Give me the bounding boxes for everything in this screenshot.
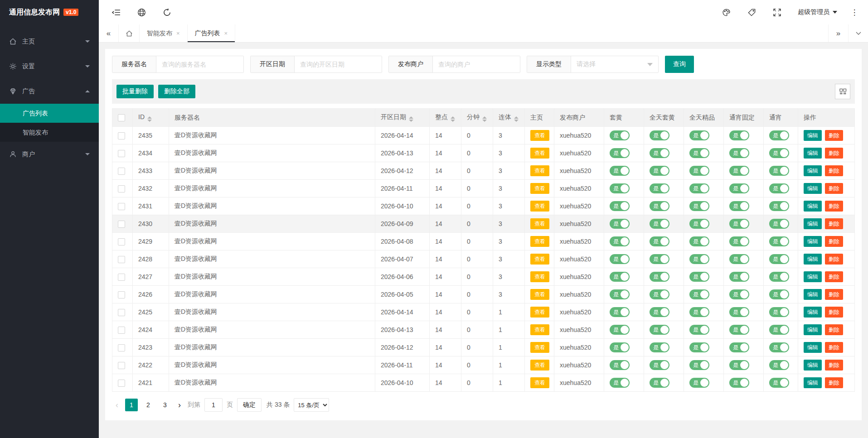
toggle-overnight-fixed[interactable]: 是 [729,378,749,388]
toggle-overnight[interactable]: 是 [769,378,789,388]
toggle-overnight[interactable]: 是 [769,254,789,264]
edit-button[interactable]: 编辑 [804,201,822,212]
close-icon[interactable]: × [176,30,180,37]
page-prev-icon[interactable]: ‹ [113,400,121,410]
toggle-overnight-fixed[interactable]: 是 [729,183,749,193]
row-checkbox[interactable] [118,221,125,228]
toggle-allday-taohuang[interactable]: 是 [650,272,669,282]
toggle-overnight-fixed[interactable]: 是 [729,307,749,317]
view-homepage-button[interactable]: 查看 [530,236,549,247]
view-homepage-button[interactable]: 查看 [530,218,549,229]
merchant-input[interactable] [433,56,520,72]
sidebar-item-home[interactable]: 主页 [0,29,99,54]
toggle-overnight[interactable]: 是 [769,148,789,158]
toggle-overnight[interactable]: 是 [769,342,789,352]
edit-button[interactable]: 编辑 [804,254,822,265]
toggle-overnight-fixed[interactable]: 是 [729,130,749,140]
edit-button[interactable]: 编辑 [804,360,822,371]
sidebar-item-ads[interactable]: 广告 [0,79,99,104]
toggle-overnight-fixed[interactable]: 是 [729,219,749,229]
row-checkbox[interactable] [118,291,125,298]
toggle-allday-premium[interactable]: 是 [689,130,709,140]
view-homepage-button[interactable]: 查看 [530,289,549,300]
toggle-allday-taohuang[interactable]: 是 [650,289,669,299]
sort-icon[interactable] [482,116,487,122]
delete-button[interactable]: 删除 [825,254,843,265]
row-checkbox[interactable] [118,380,125,387]
edit-button[interactable]: 编辑 [804,130,822,141]
sidebar-item-settings[interactable]: 设置 [0,54,99,79]
toggle-allday-taohuang[interactable]: 是 [650,360,669,370]
tab-smart-publish[interactable]: 智能发布 × [140,24,188,42]
delete-button[interactable]: 删除 [825,201,843,212]
sort-icon[interactable] [409,116,413,122]
toggle-allday-premium[interactable]: 是 [689,272,709,282]
toggle-overnight[interactable]: 是 [769,201,789,211]
toggle-overnight-fixed[interactable]: 是 [729,166,749,176]
toggle-allday-premium[interactable]: 是 [689,307,709,317]
row-checkbox[interactable] [118,274,125,281]
view-homepage-button[interactable]: 查看 [530,148,549,159]
sidebar-item-ad-list[interactable]: 广告列表 [0,104,99,123]
delete-all-button[interactable]: 删除全部 [158,85,195,98]
toggle-allday-taohuang[interactable]: 是 [650,166,669,176]
view-homepage-button[interactable]: 查看 [530,130,549,141]
delete-button[interactable]: 删除 [825,218,843,229]
row-checkbox[interactable] [118,150,125,157]
tabs-scroll-right-icon[interactable]: » [828,24,848,42]
delete-button[interactable]: 删除 [825,183,843,194]
view-homepage-button[interactable]: 查看 [530,377,549,388]
toggle-overnight[interactable]: 是 [769,360,789,370]
toggle-allday-taohuang[interactable]: 是 [650,307,669,317]
toggle-allday-taohuang[interactable]: 是 [650,236,669,246]
toggle-allday-premium[interactable]: 是 [689,360,709,370]
edit-button[interactable]: 编辑 [804,236,822,247]
toggle-taohuang[interactable]: 是 [610,219,630,229]
collapse-sidebar-icon[interactable] [103,0,129,24]
sidebar-item-smart-publish[interactable]: 智能发布 [0,123,99,142]
view-homepage-button[interactable]: 查看 [530,307,549,318]
batch-delete-button[interactable]: 批量删除 [116,85,154,98]
toggle-overnight[interactable]: 是 [769,289,789,299]
toggle-taohuang[interactable]: 是 [610,360,630,370]
toggle-overnight[interactable]: 是 [769,166,789,176]
edit-button[interactable]: 编辑 [804,148,822,159]
view-homepage-button[interactable]: 查看 [530,254,549,265]
toggle-overnight-fixed[interactable]: 是 [729,236,749,246]
toggle-taohuang[interactable]: 是 [610,378,630,388]
edit-button[interactable]: 编辑 [804,271,822,282]
delete-button[interactable]: 删除 [825,324,843,335]
toggle-taohuang[interactable]: 是 [610,272,630,282]
delete-button[interactable]: 删除 [825,342,843,353]
select-all-checkbox[interactable] [118,114,125,121]
toggle-overnight-fixed[interactable]: 是 [729,289,749,299]
toggle-allday-premium[interactable]: 是 [689,236,709,246]
toggle-allday-premium[interactable]: 是 [689,289,709,299]
toggle-overnight-fixed[interactable]: 是 [729,342,749,352]
page-number-1[interactable]: 1 [125,399,138,411]
tabs-menu-icon[interactable] [848,24,868,42]
row-checkbox[interactable] [118,185,125,193]
user-menu[interactable]: 超级管理员 [790,8,845,16]
toggle-taohuang[interactable]: 是 [610,130,630,140]
toggle-allday-taohuang[interactable]: 是 [650,342,669,352]
toggle-overnight-fixed[interactable]: 是 [729,325,749,335]
row-checkbox[interactable] [118,203,125,210]
view-homepage-button[interactable]: 查看 [530,165,549,176]
toggle-taohuang[interactable]: 是 [610,307,630,317]
tabs-scroll-left-icon[interactable]: « [99,24,119,42]
toggle-allday-premium[interactable]: 是 [689,325,709,335]
view-homepage-button[interactable]: 查看 [530,360,549,371]
view-homepage-button[interactable]: 查看 [530,271,549,282]
toggle-allday-taohuang[interactable]: 是 [650,148,669,158]
row-checkbox[interactable] [118,168,125,175]
row-checkbox[interactable] [118,132,125,140]
toggle-taohuang[interactable]: 是 [610,201,630,211]
toggle-overnight-fixed[interactable]: 是 [729,148,749,158]
delete-button[interactable]: 删除 [825,130,843,141]
home-tab[interactable] [119,24,140,42]
toggle-allday-taohuang[interactable]: 是 [650,219,669,229]
theme-palette-icon[interactable] [713,0,739,24]
toggle-taohuang[interactable]: 是 [610,289,630,299]
toggle-overnight[interactable]: 是 [769,272,789,282]
